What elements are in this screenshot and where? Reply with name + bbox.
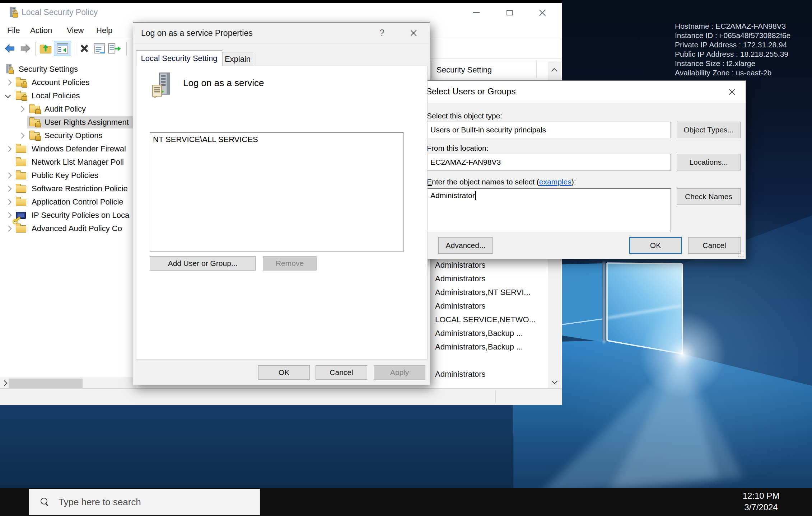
instance-info-line: Private IP Address : 172.31.28.94	[675, 40, 790, 50]
tab-label: Local Security Setting	[141, 54, 218, 63]
list-item[interactable]: Administrators	[435, 301, 486, 311]
close-button[interactable]	[408, 28, 419, 38]
taskbar: Type here to search 12:10 PM 3/7/2024	[0, 488, 812, 516]
tree-item-advanced-audit-policy[interactable]: Advanced Audit Policy Co	[0, 222, 136, 235]
folder-icon	[16, 225, 26, 233]
cancel-button[interactable]: Cancel	[316, 365, 367, 380]
show-console-tree-button[interactable]	[54, 41, 71, 56]
instance-info-line: Hostname : EC2AMAZ-FAN98V3	[675, 22, 790, 31]
instance-info-line: Public IP Address : 18.218.255.39	[675, 50, 790, 59]
object-names-textarea[interactable]: Administrator	[427, 188, 671, 232]
properties-dialog: Log on as a service Properties ? Explain…	[133, 22, 430, 385]
list-item[interactable]: Administrators	[435, 274, 486, 283]
add-user-or-group-button[interactable]: Add User or Group...	[150, 256, 256, 271]
object-type-field[interactable]: Users or Built-in security principals	[427, 122, 671, 138]
scroll-left-button[interactable]	[0, 378, 9, 389]
search-icon	[41, 498, 49, 506]
scroll-down-button[interactable]	[548, 375, 561, 388]
list-item[interactable]: Administrators,NT SERVI...	[435, 288, 531, 297]
tree-item-network-list-manager[interactable]: Network List Manager Poli	[0, 156, 136, 169]
help-button[interactable]: ?	[379, 28, 384, 38]
list-item[interactable]: Administrators,Backup ...	[435, 342, 523, 352]
scroll-up-button[interactable]	[548, 62, 561, 78]
export-list-up-button[interactable]	[39, 42, 52, 55]
list-item[interactable]: Administrators	[435, 261, 486, 270]
list-item[interactable]: Administrators	[435, 370, 486, 379]
chevron-right-icon[interactable]	[6, 186, 12, 192]
tab-local-security-setting[interactable]: Local Security Setting	[136, 50, 222, 66]
back-icon	[4, 43, 16, 54]
menu-action[interactable]: Action	[28, 22, 54, 39]
tree-item-software-restriction[interactable]: Software Restriction Policie	[0, 183, 136, 196]
ok-button[interactable]: OK	[629, 237, 682, 254]
menu-file[interactable]: File	[5, 22, 22, 39]
tree-item-audit-policy[interactable]: Audit Policy	[0, 103, 136, 116]
list-item[interactable]: LOCAL SERVICE,NETWO...	[435, 315, 536, 324]
chevron-down-icon[interactable]	[5, 92, 11, 98]
ok-button[interactable]: OK	[258, 365, 310, 380]
object-names-label: Enter the object names to select (exampl…	[427, 178, 576, 186]
properties-button[interactable]	[93, 42, 106, 55]
resize-grip[interactable]	[738, 251, 743, 257]
back-button[interactable]	[3, 42, 17, 55]
tree-item-user-rights-assignment[interactable]: User Rights Assignment	[0, 116, 136, 129]
clock-date: 3/7/2024	[740, 502, 782, 513]
remove-button[interactable]: Remove	[263, 256, 317, 271]
folder-icon	[16, 159, 26, 166]
check-names-button[interactable]: Check Names	[677, 188, 741, 205]
tree-item-account-policies[interactable]: Account Policies	[0, 76, 136, 89]
scrollbar-thumb[interactable]	[9, 379, 83, 388]
maximize-button[interactable]	[498, 3, 521, 22]
dialog-title-bar[interactable]: Log on as a service Properties ?	[133, 23, 430, 44]
advanced-button[interactable]: Advanced...	[438, 237, 493, 254]
tree-horizontal-scrollbar[interactable]	[0, 377, 136, 389]
clock-time: 12:10 PM	[740, 490, 782, 502]
list-item[interactable]: Administrators,Backup ...	[435, 329, 523, 338]
export-list-button[interactable]	[108, 42, 121, 55]
tree-item-windows-defender-firewall[interactable]: Windows Defender Firewal	[0, 143, 136, 156]
dialog-title: Log on as a service Properties	[141, 28, 253, 38]
app-icon	[8, 7, 19, 19]
chevron-right-icon[interactable]	[6, 146, 12, 152]
chevron-right-icon[interactable]	[19, 106, 25, 112]
close-button[interactable]	[726, 86, 738, 98]
folder-lock-icon	[16, 93, 26, 100]
apply-button[interactable]: Apply	[374, 365, 425, 380]
tree-item-public-key-policies[interactable]: Public Key Policies	[0, 169, 136, 182]
cancel-button[interactable]: Cancel	[688, 237, 741, 254]
folder-lock-icon	[29, 132, 40, 140]
folder-lock-icon	[16, 79, 26, 86]
folder-icon	[16, 146, 26, 153]
object-types-button[interactable]: Object Types...	[677, 122, 741, 138]
minimize-button[interactable]	[465, 3, 487, 22]
locations-button[interactable]: Locations...	[677, 154, 741, 170]
delete-button[interactable]	[78, 42, 91, 55]
chevron-right-icon[interactable]	[6, 80, 12, 86]
chevron-right-icon[interactable]	[6, 212, 12, 219]
dialog-title-bar[interactable]: Select Users or Groups	[419, 81, 746, 103]
forward-button[interactable]	[19, 42, 32, 55]
column-header-security-setting[interactable]: Security Setting	[437, 65, 492, 75]
tab-explain[interactable]: Explain	[222, 52, 253, 66]
location-field[interactable]: EC2AMAZ-FAN98V3	[427, 154, 671, 170]
taskbar-clock[interactable]: 12:10 PM 3/7/2024	[740, 490, 782, 514]
chevron-right-icon[interactable]	[6, 199, 12, 205]
taskbar-search[interactable]: Type here to search	[29, 489, 260, 515]
members-listbox[interactable]: NT SERVICE\ALL SERVICES	[150, 132, 403, 252]
title-bar[interactable]: Local Security Policy	[0, 3, 562, 22]
chevron-right-icon[interactable]	[6, 226, 12, 232]
chevron-right-icon[interactable]	[6, 173, 12, 179]
tree-item-ip-security-policies[interactable]: IP Security Policies on Loca	[0, 209, 136, 222]
console-tree-pane: Security Settings Account Policies Local…	[0, 58, 136, 388]
close-button[interactable]	[531, 3, 554, 22]
chevron-right-icon[interactable]	[19, 133, 25, 139]
folder-up-icon	[39, 43, 52, 54]
tree-item-security-settings[interactable]: Security Settings	[0, 63, 136, 76]
tree-item-local-policies[interactable]: Local Policies	[0, 90, 136, 103]
tree-item-security-options[interactable]: Security Options	[0, 130, 136, 142]
tree-item-application-control[interactable]: Application Control Policie	[0, 196, 136, 209]
member-item[interactable]: NT SERVICE\ALL SERVICES	[153, 135, 258, 144]
menu-help[interactable]: Help	[94, 22, 115, 39]
examples-link[interactable]: examples	[539, 178, 571, 186]
menu-view[interactable]: View	[65, 22, 86, 39]
